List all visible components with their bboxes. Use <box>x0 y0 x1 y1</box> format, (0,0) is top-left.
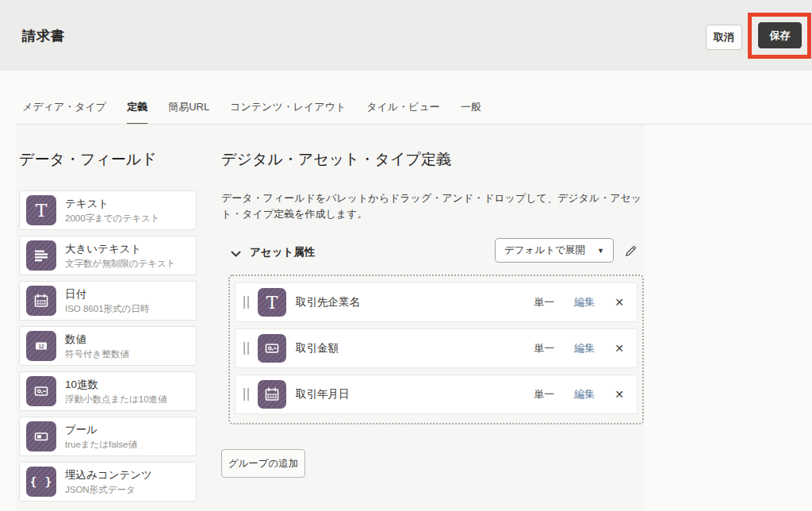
page-title: 請求書 <box>22 27 65 45</box>
expand-mode-select[interactable]: デフォルトで展開 ▼ <box>495 238 614 263</box>
add-group-button[interactable]: グループの追加 <box>221 449 305 478</box>
palette-item-name: 10進数 <box>65 378 167 392</box>
asset-type-editor-page: 請求書 取消 保存 メディア・タイプ 定義 簡易URL コンテンツ・レイアウト … <box>0 0 812 511</box>
number-field-icon: 12 <box>26 331 56 361</box>
edit-link[interactable]: 編集 <box>574 341 595 355</box>
attribute-label: 取引先企業名 <box>296 295 360 309</box>
attribute-label: 取引年月日 <box>296 387 350 402</box>
header-bar: 請求書 取消 保存 <box>0 0 812 71</box>
attribute-label: 取引金額 <box>296 341 339 355</box>
palette-item-desc: 文字数が無制限のテキスト <box>65 258 176 270</box>
cardinality-label: 単一 <box>534 387 554 402</box>
palette-item-boolean[interactable]: ブール trueまたはfalse値 <box>19 417 197 456</box>
palette-item-embedded-content[interactable]: { } 埋込みコンテンツ JSON形式データ <box>19 462 197 501</box>
tab-content-layout[interactable]: コンテンツ・レイアウト <box>230 100 346 125</box>
edit-link[interactable]: 編集 <box>574 387 595 402</box>
tab-media-type[interactable]: メディア・タイプ <box>22 100 106 125</box>
palette-item-name: 埋込みコンテンツ <box>65 468 152 482</box>
remove-attribute-close-icon[interactable]: ✕ <box>615 297 624 308</box>
data-fields-heading: データ・フィールド <box>19 149 157 170</box>
tab-definition[interactable]: 定義 <box>127 100 147 125</box>
palette-item-decimal[interactable]: 10進数 浮動小数点または10進値 <box>19 371 197 411</box>
decimal-field-icon <box>26 376 56 406</box>
cardinality-label: 単一 <box>534 341 554 355</box>
group-title: アセット属性 <box>250 245 315 259</box>
palette-item-name: テキスト <box>65 197 159 211</box>
palette-item-name: 日付 <box>65 287 149 302</box>
palette-item-desc: 符号付き整数値 <box>65 348 129 360</box>
palette-item-desc: ISO 8601形式の日時 <box>65 303 149 315</box>
tab-friendly-url[interactable]: 簡易URL <box>168 100 209 125</box>
attribute-row-company-name[interactable]: T 取引先企業名 単一 編集 ✕ <box>235 282 638 322</box>
palette-item-number[interactable]: 12 数値 符号付き整数値 <box>19 326 197 366</box>
palette-item-name: ブール <box>65 423 137 437</box>
palette-item-large-text[interactable]: 大きいテキスト 文字数が無制限のテキスト <box>19 236 197 275</box>
remove-attribute-close-icon[interactable]: ✕ <box>615 389 624 400</box>
definition-heading: デジタル・アセット・タイプ定義 <box>221 149 451 170</box>
tab-tile-view[interactable]: タイル・ビュー <box>366 100 440 125</box>
group-collapse-chevron-down-icon[interactable] <box>231 247 241 261</box>
palette-item-name: 数値 <box>65 332 129 347</box>
decimal-field-icon <box>258 334 286 363</box>
tab-general[interactable]: 一般 <box>461 100 481 125</box>
svg-text:12: 12 <box>38 344 44 349</box>
large-text-field-icon <box>26 240 56 271</box>
drag-handle-icon[interactable] <box>243 388 249 401</box>
save-button[interactable]: 保存 <box>758 22 802 48</box>
dropdown-caret-icon: ▼ <box>597 247 604 255</box>
cancel-button[interactable]: 取消 <box>706 25 742 50</box>
attribute-row-transaction-date[interactable]: 取引年月日 単一 編集 ✕ <box>235 375 638 414</box>
embedded-content-field-icon: { } <box>26 467 56 497</box>
palette-item-text[interactable]: T テキスト 2000字までのテキスト <box>19 190 197 230</box>
palette-item-desc: trueまたはfalse値 <box>65 439 137 451</box>
palette-item-date[interactable]: 日付 ISO 8601形式の日時 <box>19 281 197 321</box>
drag-handle-icon[interactable] <box>243 296 249 309</box>
palette-item-desc: JSON形式データ <box>65 484 152 496</box>
drag-handle-icon[interactable] <box>243 342 249 355</box>
cardinality-label: 単一 <box>534 295 554 309</box>
edit-link[interactable]: 編集 <box>574 295 595 309</box>
definition-description: データ・フィールドをパレットからドラッグ・アンド・ドロップして、デジタル・アセッ… <box>221 190 649 222</box>
expand-mode-value: デフォルトで展開 <box>504 244 585 257</box>
date-field-icon <box>258 380 286 409</box>
palette-item-desc: 2000字までのテキスト <box>65 213 159 225</box>
date-field-icon <box>26 286 56 316</box>
edit-group-pencil-icon[interactable] <box>622 242 639 259</box>
remove-attribute-close-icon[interactable]: ✕ <box>615 343 624 354</box>
text-field-icon: T <box>258 288 286 317</box>
palette-item-desc: 浮動小数点または10進値 <box>65 394 167 405</box>
boolean-field-icon <box>26 421 56 451</box>
tab-bar: メディア・タイプ 定義 簡易URL コンテンツ・レイアウト タイル・ビュー 一般 <box>22 100 481 125</box>
attribute-row-transaction-amount[interactable]: 取引金額 単一 編集 ✕ <box>235 328 638 368</box>
text-field-icon: T <box>26 195 56 225</box>
palette-item-name: 大きいテキスト <box>65 242 176 256</box>
